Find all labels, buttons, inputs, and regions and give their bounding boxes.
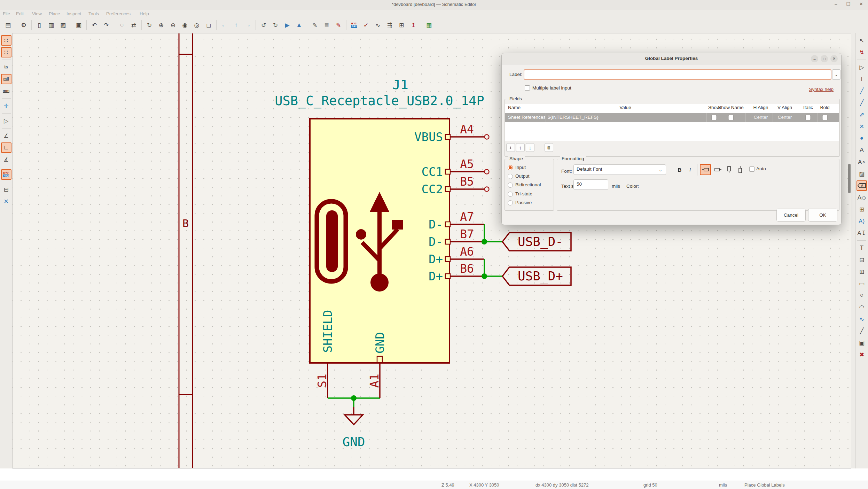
erc-icon[interactable]: ✓ [361, 20, 371, 30]
schematic-setup-icon[interactable]: ⚙ [18, 20, 29, 30]
row-show-checkbox[interactable] [712, 115, 717, 120]
assign-footprints-icon[interactable]: ⇶ [384, 20, 395, 30]
ok-button[interactable]: OK [808, 209, 837, 222]
window-close-icon[interactable]: ✕ [859, 1, 863, 7]
draw-wire-icon[interactable]: ╱ [857, 86, 867, 96]
nav-up-icon[interactable]: ↑ [231, 20, 241, 30]
bom-export-icon[interactable]: ↥ [408, 20, 419, 30]
redo-icon[interactable]: ↷ [101, 20, 111, 30]
row-bold-checkbox[interactable] [822, 115, 828, 120]
arc-icon[interactable]: ◠ [857, 302, 867, 312]
row-italic-checkbox[interactable] [806, 115, 811, 120]
wire-hv-icon[interactable]: ∟ [1, 142, 11, 153]
place-sheet-pin-icon[interactable]: A↧ [857, 228, 867, 238]
nav-back-icon[interactable]: ← [219, 20, 229, 30]
orientation-up-button[interactable] [735, 164, 746, 175]
zoom-page-icon[interactable]: ◉ [180, 20, 190, 30]
dialog-maximize-icon[interactable]: □ [821, 55, 828, 62]
move-up-button[interactable]: ↑ [516, 143, 525, 152]
plot-icon[interactable]: ▨ [58, 20, 68, 30]
annotate-auto-icon[interactable]: R??R42 [1, 169, 11, 180]
window-minimize-icon[interactable]: – [835, 1, 837, 7]
zoom-selection-icon[interactable]: ◻ [203, 20, 214, 30]
window-maximize-icon[interactable]: ❐ [846, 1, 850, 7]
mirror-horizontal-icon[interactable]: ▲ [294, 20, 304, 30]
nav-forward-icon[interactable]: → [243, 20, 253, 30]
grid-visibility-icon[interactable]: ∷ [1, 35, 11, 46]
component-reference[interactable]: J1 [392, 77, 408, 92]
menu-tools[interactable]: Tools [88, 11, 99, 16]
crosshair-cursor-icon[interactable]: ✛ [1, 101, 11, 111]
bezier-icon[interactable]: ∿ [857, 314, 867, 324]
gnd-power-symbol[interactable]: GND [342, 407, 365, 449]
save-icon[interactable]: ▤ [3, 20, 13, 30]
shape-tristate-radio[interactable] [508, 192, 513, 197]
bus-entry-icon[interactable]: ⇗ [857, 109, 867, 120]
horizontal-scrollbar[interactable] [0, 468, 868, 481]
text-icon[interactable]: T [857, 243, 867, 253]
shape-bidirectional-radio[interactable] [508, 183, 513, 188]
import-sheet-pin-icon[interactable]: A⟩ [857, 216, 867, 226]
draw-bus-icon[interactable]: ╱ [857, 98, 867, 108]
annotate-icon[interactable]: R??R42 [349, 20, 359, 30]
move-down-button[interactable]: ↓ [526, 143, 534, 152]
select-tool-icon[interactable]: ↖ [857, 35, 867, 46]
add-field-button[interactable]: + [506, 143, 515, 152]
paste-icon[interactable]: ▣ [73, 20, 84, 30]
label-dropdown-icon[interactable]: ⌄ [832, 69, 840, 80]
component-value[interactable]: USB_C_Receptacle_USB2.0_14P [275, 93, 484, 109]
label-input[interactable] [524, 69, 831, 80]
grid-overrides-icon[interactable]: ∷ [1, 47, 11, 57]
menu-view[interactable]: View [32, 11, 42, 16]
delete-field-button[interactable]: 🗑 [545, 143, 553, 152]
units-mil-icon[interactable]: mil [1, 74, 11, 84]
wire-free-angle-icon[interactable]: ∠ [1, 131, 11, 141]
wire-45-icon[interactable]: ∡ [1, 154, 11, 165]
vertical-scrollbar[interactable] [847, 33, 851, 468]
fields-table[interactable]: Name Value Show Show Name H Align V Alig… [505, 104, 839, 141]
table-row[interactable]: Sheet References ${INTERSHEET_REFS} Cent… [505, 113, 839, 122]
highlight-net-icon[interactable]: ↯ [857, 47, 867, 57]
hierarchy-navigator-icon[interactable]: ⊟ [1, 184, 11, 195]
shape-input-radio[interactable] [508, 165, 513, 170]
cancel-button[interactable]: Cancel [776, 209, 806, 222]
units-mm-icon[interactable]: mm [1, 86, 11, 96]
junction-icon[interactable]: ● [857, 133, 867, 143]
menu-inspect[interactable]: Inspect [67, 11, 81, 16]
text-size-input[interactable]: 50 [573, 179, 608, 190]
global-label-icon[interactable]: A [857, 180, 867, 191]
orientation-left-button[interactable] [700, 164, 711, 175]
find-icon[interactable]: ◌ [117, 20, 127, 30]
rotate-cw-icon[interactable]: ↻ [270, 20, 281, 30]
bold-button[interactable]: B [675, 164, 685, 175]
rotate-ccw-icon[interactable]: ↺ [258, 20, 269, 30]
shape-passive-radio[interactable] [508, 200, 513, 205]
simulator-icon[interactable]: ∿ [373, 20, 383, 30]
directive-label-icon[interactable]: A∘ [857, 157, 867, 167]
orientation-down-button[interactable] [724, 164, 735, 175]
zoom-out-icon[interactable]: ⊖ [168, 20, 178, 30]
no-connect-icon[interactable]: ✕ [857, 121, 867, 132]
symbol-fields-table-icon[interactable]: ⊞ [396, 20, 407, 30]
global-label-usb-d-minus[interactable]: USB_D- [502, 233, 571, 251]
zoom-in-icon[interactable]: ⊕ [156, 20, 166, 30]
menu-edit[interactable]: Edit [16, 11, 24, 16]
properties-tools-icon[interactable]: ✕ [1, 196, 11, 207]
circle-icon[interactable]: ○ [857, 290, 867, 301]
print-icon[interactable]: ▥ [46, 20, 56, 30]
menu-preferences[interactable]: Preferences [106, 11, 131, 16]
page-settings-icon[interactable]: ▯ [34, 20, 45, 30]
auto-rotate-checkbox[interactable] [749, 166, 754, 172]
find-replace-icon[interactable]: ⇄ [128, 20, 139, 30]
global-label-usb-d-plus[interactable]: USB_D+ [502, 267, 571, 285]
menu-help[interactable]: Help [140, 11, 149, 16]
zoom-fit-icon[interactable]: ◎ [191, 20, 202, 30]
symbol-browser-icon[interactable]: ≣ [321, 20, 332, 30]
vertical-scrollbar-thumb[interactable] [848, 164, 851, 193]
font-select[interactable]: Default Font ⌄ [573, 164, 666, 175]
dialog-titlebar[interactable]: Global Label Properties – □ ✕ [502, 53, 841, 64]
italic-button[interactable]: I [685, 164, 695, 175]
text-box-icon[interactable]: ⊟ [857, 255, 867, 265]
menu-place[interactable]: Place [49, 11, 60, 16]
row-show-name-checkbox[interactable] [728, 115, 734, 120]
